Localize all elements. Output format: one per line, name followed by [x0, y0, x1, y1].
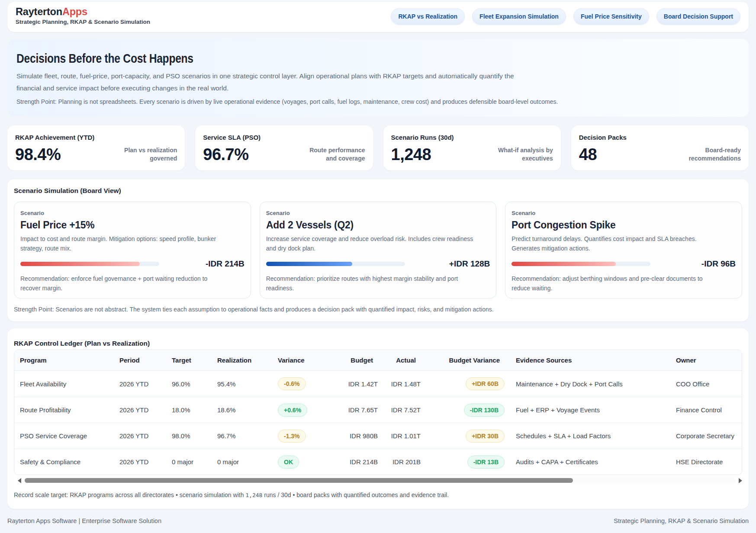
- kpi-note: Plan vs realization governed: [112, 146, 177, 163]
- impact-bar-track: [266, 262, 405, 266]
- budget-variance-badge: -IDR 13B: [467, 456, 505, 469]
- nav-fuel-price-sensitivity[interactable]: Fuel Price Sensitivity: [573, 8, 649, 25]
- nav-fleet-expansion-simulation[interactable]: Fleet Expansion Simulation: [472, 8, 566, 25]
- cell-period: 2026 YTD: [114, 371, 166, 397]
- cell-owner: HSE Directorate: [670, 449, 742, 475]
- col-header-evidence-sources: Evidence Sources: [510, 350, 670, 371]
- app-header: RaytertonApps Strategic Planning, RKAP &…: [7, 2, 749, 32]
- variance-badge: OK: [278, 456, 299, 469]
- scenario-title: Port Congestion Spike: [512, 219, 724, 231]
- cell-period: 2026 YTD: [114, 397, 166, 423]
- kpi-label: Service SLA (PSO): [203, 134, 365, 141]
- kpi-label: Decision Packs: [579, 134, 741, 141]
- ledger-row-route-profitability[interactable]: Route Profitability 2026 YTD 18.0% 18.6%…: [14, 397, 742, 423]
- impact-bar-track: [512, 262, 650, 266]
- kpi-row: RKAP Achievement (YTD) 98.4% Plan vs rea…: [7, 125, 749, 170]
- cell-realization: 0 major: [212, 449, 272, 475]
- record-note-suffix: runs / 30d • board packs with quantified…: [262, 491, 449, 498]
- cell-owner: Corporate Secretary: [670, 423, 742, 449]
- impact-bar-fill: [512, 262, 616, 266]
- scenario-title: Fuel Price +15%: [20, 219, 233, 231]
- cell-realization: 95.4%: [212, 371, 272, 397]
- budget-variance-badge: -IDR 130B: [464, 404, 505, 417]
- scenario-recommendation: Recommendation: adjust berthing windows …: [512, 274, 711, 293]
- cell-budget-variance: +IDR 60B: [426, 371, 510, 397]
- cell-budget: IDR 7.65T: [340, 397, 383, 423]
- ledger-row-pso-service-coverage[interactable]: PSO Service Coverage 2026 YTD 98.0% 96.7…: [14, 423, 742, 449]
- kpi-value: 98.4%: [15, 146, 61, 163]
- nav-board-decision-support[interactable]: Board Decision Support: [656, 8, 740, 25]
- variance-badge: -0.6%: [278, 377, 306, 390]
- cell-target: 96.0%: [166, 371, 212, 397]
- kpi-note: Board-ready recommendations: [676, 146, 741, 163]
- cell-variance: -1.3%: [272, 423, 340, 449]
- cell-evidence-sources: Audits + CAPA + Certificates: [510, 449, 670, 475]
- cell-evidence-sources: Fuel + ERP + Voyage Events: [510, 397, 670, 423]
- kpi-value: 1,248: [391, 146, 431, 163]
- variance-badge: -1.3%: [278, 430, 306, 443]
- scrollbar-track[interactable]: [24, 478, 736, 483]
- impact-bar-track: [20, 262, 159, 266]
- cell-variance: -0.6%: [272, 371, 340, 397]
- scenario-card-fuel-price[interactable]: Scenario Fuel Price +15% Impact to cost …: [14, 202, 251, 299]
- nav-rkap-vs-realization[interactable]: RKAP vs Realization: [391, 8, 465, 25]
- cell-period: 2026 YTD: [114, 423, 166, 449]
- record-note-count: 1,248: [245, 492, 262, 498]
- scenario-recommendation: Recommendation: prioritize routes with h…: [266, 274, 466, 293]
- impact-bar-fill: [266, 262, 352, 266]
- cell-budget-variance: -IDR 13B: [426, 449, 510, 475]
- kpi-label: RKAP Achievement (YTD): [15, 134, 177, 141]
- col-header-budget: Budget: [340, 350, 383, 371]
- scenario-tag: Scenario: [512, 210, 736, 216]
- hero-section: Decisions Before the Cost Happens Simula…: [7, 39, 749, 117]
- col-header-period: Period: [114, 350, 166, 371]
- ledger-section: RKAP Control Ledger (Plan vs Realization…: [7, 328, 749, 509]
- cell-variance: +0.6%: [272, 397, 340, 423]
- scenario-card-grid: Scenario Fuel Price +15% Impact to cost …: [14, 202, 742, 299]
- scenario-recommendation: Recommendation: enforce fuel governance …: [20, 274, 220, 293]
- logo-accent: Apps: [62, 6, 87, 17]
- cell-budget: IDR 214B: [340, 449, 383, 475]
- scenario-card-port-congestion[interactable]: Scenario Port Congestion Spike Predict t…: [505, 202, 742, 299]
- impact-bar-fill: [20, 262, 140, 266]
- cell-actual: IDR 1.01T: [383, 423, 426, 449]
- cell-budget-variance: -IDR 130B: [426, 397, 510, 423]
- impact-value: -IDR 96B: [650, 259, 736, 269]
- table-horizontal-scrollbar[interactable]: [14, 478, 742, 483]
- record-note-prefix: Record scale target: RKAP programs acros…: [14, 491, 245, 498]
- cell-period: 2026 YTD: [114, 449, 166, 475]
- logo-primary: Rayterton: [16, 6, 62, 17]
- ledger-row-fleet-availability[interactable]: Fleet Availability 2026 YTD 96.0% 95.4% …: [14, 371, 742, 397]
- scrollbar-right-arrow-icon[interactable]: [739, 478, 742, 483]
- variance-badge: +0.6%: [278, 404, 307, 417]
- col-header-owner: Owner: [670, 350, 742, 371]
- hero-strength-point: Strength Point: Planning is not spreadsh…: [16, 98, 740, 105]
- footer-left: Rayterton Apps Software | Enterprise Sof…: [7, 517, 161, 524]
- scrollbar-thumb[interactable]: [25, 478, 573, 483]
- cell-target: 18.0%: [166, 397, 212, 423]
- cell-program: PSO Service Coverage: [14, 423, 114, 449]
- cell-budget-variance: +IDR 30B: [426, 423, 510, 449]
- cell-realization: 18.6%: [212, 397, 272, 423]
- scrollbar-left-arrow-icon[interactable]: [18, 478, 21, 483]
- scenario-description: Impact to cost and route margin. Mitigat…: [20, 234, 232, 253]
- budget-variance-badge: +IDR 60B: [466, 377, 505, 390]
- scenario-tag: Scenario: [20, 210, 244, 216]
- scenario-description: Increase service coverage and reduce ove…: [266, 234, 478, 253]
- col-header-variance: Variance: [272, 350, 340, 371]
- cell-owner: COO Office: [670, 371, 742, 397]
- brand-block: RaytertonApps Strategic Planning, RKAP &…: [16, 7, 150, 25]
- impact-value: +IDR 128B: [405, 259, 490, 269]
- kpi-note: Route performance and coverage: [300, 146, 365, 163]
- header-nav: RKAP vs Realization Fleet Expansion Simu…: [391, 8, 740, 25]
- cell-realization: 96.7%: [212, 423, 272, 449]
- scenario-card-add-vessels[interactable]: Scenario Add 2 Vessels (Q2) Increase ser…: [260, 202, 497, 299]
- kpi-card-scenario-runs: Scenario Runs (30d) 1,248 What-if analys…: [383, 125, 561, 170]
- cell-budget: IDR 980B: [340, 423, 383, 449]
- cell-target: 98.0%: [166, 423, 212, 449]
- scenario-strength-point: Strength Point: Scenarios are not abstra…: [14, 306, 742, 314]
- col-header-target: Target: [166, 350, 212, 371]
- ledger-row-safety-compliance[interactable]: Safety & Compliance 2026 YTD 0 major 0 m…: [14, 449, 742, 475]
- cell-actual: IDR 1.48T: [383, 371, 426, 397]
- scenario-tag: Scenario: [266, 210, 490, 216]
